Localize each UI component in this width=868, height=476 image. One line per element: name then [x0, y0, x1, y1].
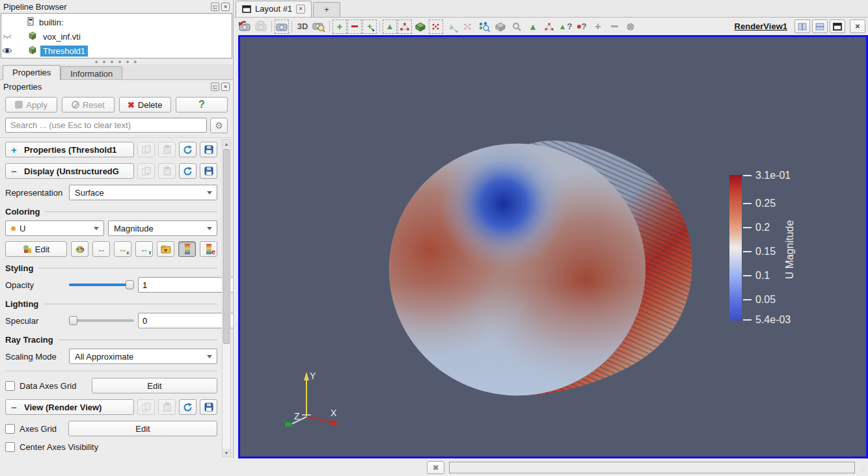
edit-color-legend-button[interactable]: e — [200, 241, 217, 257]
scrollbar-thumb[interactable] — [223, 149, 230, 344]
split-vertical-button[interactable] — [812, 20, 828, 33]
legend-tick-label: 0.1 — [755, 270, 770, 282]
search-input[interactable] — [5, 118, 207, 133]
hover-points-button[interactable] — [509, 19, 524, 34]
maximize-icon — [833, 23, 842, 31]
data-axes-grid-checkbox[interactable] — [5, 381, 15, 391]
scaling-mode-combo[interactable]: All Approximate — [69, 349, 217, 364]
paste-view-button[interactable] — [158, 399, 176, 415]
tab-information[interactable]: Information — [61, 66, 122, 79]
select-points-with-polygon-button[interactable] — [460, 19, 476, 34]
center-axes-checkbox[interactable] — [5, 442, 15, 452]
axes-grid-checkbox[interactable] — [5, 424, 15, 434]
remove-annotation-button[interactable] — [606, 19, 622, 34]
close-icon[interactable]: ✕ — [221, 83, 230, 91]
panel-splitter[interactable]: ● ● ● ● ● ● — [0, 59, 233, 64]
maximize-view-button[interactable] — [830, 20, 845, 33]
representation-value: Surface — [75, 188, 104, 198]
select-cells-with-polygon-button[interactable]: ▲↘ — [444, 19, 459, 34]
section-display-header[interactable]: − Display (UnstructuredG — [5, 163, 134, 179]
hover-cells-button[interactable]: ▲ — [525, 19, 541, 34]
properties-scrollbar[interactable]: ▲ ▼ — [222, 139, 231, 457]
render-viewport[interactable]: 3.1e-01 0.25 0.2 0.15 0.1 0.05 5.4e-03 U… — [238, 35, 868, 458]
save-view-defaults-button[interactable] — [200, 399, 217, 415]
color-legend[interactable]: 3.1e-01 0.25 0.2 0.15 0.1 0.05 5.4e-03 — [729, 175, 868, 321]
select-cells-on-surface-button[interactable]: ▲ — [383, 20, 397, 34]
adjust-camera-button[interactable] — [253, 19, 269, 34]
interactive-select-cells-button[interactable] — [493, 19, 508, 34]
search-options-button[interactable]: ⚙ — [210, 118, 228, 133]
save-defaults-button[interactable] — [200, 142, 217, 157]
toggle-color-legend-button[interactable] — [178, 241, 196, 257]
split-horizontal-button[interactable] — [794, 20, 810, 33]
abort-button[interactable]: ✖ — [427, 461, 444, 474]
color-array-combo[interactable]: U — [5, 220, 104, 236]
paste-display-button[interactable] — [158, 163, 176, 179]
float-icon[interactable]: ◱ — [211, 83, 219, 91]
opacity-slider[interactable] — [69, 279, 134, 291]
close-icon[interactable]: ✕ — [221, 3, 230, 11]
reset-view-defaults-button[interactable] — [179, 399, 197, 415]
add-annotation-button[interactable]: + — [590, 19, 606, 34]
new-layout-tab[interactable]: + — [313, 2, 340, 17]
capture-screenshot-button[interactable] — [275, 20, 289, 34]
query-cells-button[interactable]: ▲? — [558, 19, 573, 34]
rescale-temporal-range-button[interactable]: ↔t — [135, 241, 153, 257]
rescale-visible-range-button[interactable]: ? — [71, 241, 88, 257]
opacity-value-field[interactable] — [138, 277, 233, 293]
zoom-to-data-button[interactable] — [311, 19, 327, 34]
select-cells-through-button[interactable] — [413, 19, 428, 34]
interactive-select-points-button[interactable] — [476, 19, 492, 34]
rescale-data-range-button[interactable]: ↔ — [92, 241, 110, 257]
eye-closed-icon[interactable] — [1, 33, 13, 40]
resize-grip[interactable]: ∷ — [861, 468, 865, 473]
select-block-button[interactable] — [541, 19, 557, 34]
float-icon[interactable]: ◱ — [211, 3, 219, 11]
layout-tab[interactable]: Layout #1 ✕ — [236, 1, 312, 17]
select-points-on-surface-button[interactable] — [398, 20, 412, 34]
scroll-up-icon[interactable]: ▲ — [223, 140, 230, 148]
choose-preset-button[interactable]: ♥ — [157, 241, 174, 257]
rescale-custom-range-button[interactable]: ↔c — [114, 241, 131, 257]
representation-combo[interactable]: Surface — [69, 185, 217, 200]
close-tab-icon[interactable]: ✕ — [296, 5, 305, 14]
add-selection-button[interactable]: + — [332, 20, 347, 34]
reset-camera-button[interactable] — [237, 19, 252, 34]
toggle-2d-3d-button[interactable]: 3D — [295, 19, 310, 34]
save-display-defaults-button[interactable] — [200, 163, 217, 179]
help-button[interactable]: ? — [176, 97, 228, 112]
data-axes-grid-edit-button[interactable]: Edit — [92, 378, 217, 393]
subtract-selection-button[interactable] — [347, 20, 362, 34]
eye-open-icon[interactable] — [1, 47, 13, 55]
reset-defaults-button[interactable] — [179, 142, 197, 157]
abort-x-icon: ✖ — [433, 464, 439, 472]
apply-button[interactable]: Apply — [5, 97, 57, 112]
clear-annotations-button[interactable]: ⊗ — [623, 19, 638, 34]
pipeline-item-builtin[interactable]: builtin: — [1, 15, 232, 29]
copy-properties-button[interactable] — [137, 142, 155, 157]
delete-button[interactable]: ✖ Delete — [119, 97, 171, 112]
grow-selection-button[interactable]: +↘ — [362, 20, 377, 34]
paste-properties-button[interactable] — [158, 142, 176, 157]
reset-display-defaults-button[interactable] — [179, 163, 197, 179]
axes-grid-edit-button[interactable]: Edit — [68, 421, 217, 436]
copy-view-button[interactable] — [137, 399, 155, 415]
copy-display-button[interactable] — [137, 163, 155, 179]
tab-properties[interactable]: Properties — [3, 65, 61, 80]
specular-slider[interactable] — [69, 315, 134, 326]
scroll-down-icon[interactable]: ▼ — [223, 449, 230, 456]
pipeline-item-threshold[interactable]: Threshold1 — [1, 44, 232, 58]
section-display-label: Display (UnstructuredG — [24, 166, 119, 176]
reset-button[interactable]: Reset — [62, 97, 114, 112]
section-view-header[interactable]: − View (Render View) — [5, 399, 134, 415]
specular-value-field[interactable] — [138, 313, 233, 328]
color-component-combo[interactable]: Magnitude — [108, 220, 217, 236]
close-view-button[interactable]: ✕ — [850, 20, 865, 33]
slider-handle[interactable] — [69, 316, 77, 325]
section-properties-header[interactable]: + Properties (Threshold1 — [5, 142, 134, 157]
slider-handle[interactable] — [126, 280, 134, 289]
edit-color-map-button[interactable]: Edit — [5, 241, 67, 257]
select-points-through-button[interactable] — [429, 20, 443, 34]
query-points-button[interactable]: ? — [574, 19, 590, 34]
pipeline-item-source[interactable]: vox_inf.vti — [1, 29, 232, 44]
